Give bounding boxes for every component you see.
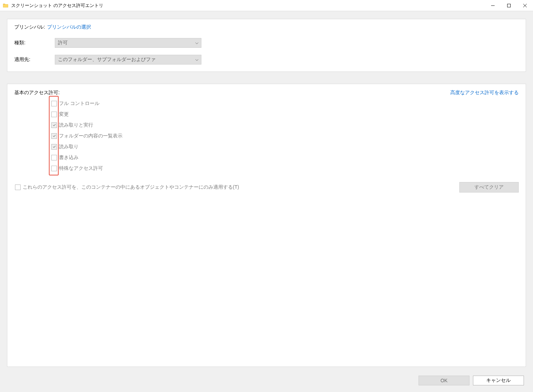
cancel-button[interactable]: キャンセル	[473, 376, 524, 385]
clear-all-button[interactable]: すべてクリア	[459, 182, 519, 193]
apply-only-label: これらのアクセス許可を、このコンテナーの中にあるオブジェクトやコンテナーにのみ適…	[23, 184, 239, 190]
perm-checkbox-modify[interactable]	[51, 112, 57, 117]
perm-label: 読み取り	[59, 144, 79, 150]
basic-permissions-label: 基本のアクセス許可:	[14, 90, 60, 96]
window-controls	[485, 0, 533, 11]
ok-button[interactable]: OK	[419, 376, 469, 385]
chevron-down-icon	[195, 58, 198, 62]
content-area: プリンシパル: プリンシパルの選択 種類: 許可 適用先: このフォルダー、サブ…	[0, 11, 533, 392]
perm-checkbox-special[interactable]	[51, 166, 57, 171]
permissions-list: フル コントロール 変更 読み取りと実行 フォルダーの内容の一覧表示	[50, 97, 124, 175]
perm-label: 書き込み	[59, 154, 79, 161]
permissions-container: フル コントロール 変更 読み取りと実行 フォルダーの内容の一覧表示	[50, 97, 519, 175]
maximize-button[interactable]	[501, 0, 517, 11]
basic-permissions-header: 基本のアクセス許可: 高度なアクセス許可を表示する	[14, 90, 519, 96]
type-label: 種類:	[14, 40, 55, 46]
minimize-button[interactable]	[485, 0, 501, 11]
principal-row: プリンシパル: プリンシパルの選択	[14, 24, 519, 30]
perm-list-folder: フォルダーの内容の一覧表示	[51, 130, 123, 141]
applies-to-label: 適用先:	[14, 56, 55, 63]
perm-label: 変更	[59, 111, 69, 118]
principal-label: プリンシパル:	[14, 24, 45, 30]
perm-modify: 変更	[51, 109, 123, 120]
principal-panel: プリンシパル: プリンシパルの選択 種類: 許可 適用先: このフォルダー、サブ…	[7, 19, 526, 72]
dialog-footer: OK キャンセル	[7, 374, 526, 392]
perm-special: 特殊なアクセス許可	[51, 163, 123, 174]
perm-label: 読み取りと実行	[59, 122, 93, 128]
folder-icon	[3, 3, 8, 8]
type-row: 種類: 許可	[14, 38, 519, 48]
window-title: スクリーンショット のアクセス許可エントリ	[11, 2, 485, 9]
perm-read: 読み取り	[51, 141, 123, 152]
apply-only-container: これらのアクセス許可を、このコンテナーの中にあるオブジェクトやコンテナーにのみ適…	[15, 184, 239, 190]
applies-to-select[interactable]: このフォルダー、サブフォルダーおよびファ	[55, 55, 201, 65]
apply-only-checkbox[interactable]	[15, 184, 21, 190]
perm-label: 特殊なアクセス許可	[59, 165, 103, 172]
applies-to-row: 適用先: このフォルダー、サブフォルダーおよびファ	[14, 55, 519, 65]
perm-label: フォルダーの内容の一覧表示	[59, 133, 123, 139]
perm-checkbox-read[interactable]	[51, 144, 57, 150]
perm-read-execute: 読み取りと実行	[51, 120, 123, 130]
perm-label: フル コントロール	[59, 100, 99, 107]
perm-checkbox-full-control[interactable]	[51, 101, 57, 106]
perm-checkbox-write[interactable]	[51, 155, 57, 160]
perm-write: 書き込み	[51, 152, 123, 163]
perm-checkbox-list-folder[interactable]	[51, 133, 57, 139]
perm-checkbox-read-execute[interactable]	[51, 122, 57, 128]
show-advanced-link[interactable]: 高度なアクセス許可を表示する	[450, 90, 519, 96]
apply-only-row: これらのアクセス許可を、このコンテナーの中にあるオブジェクトやコンテナーにのみ適…	[14, 182, 519, 193]
applies-to-select-value: このフォルダー、サブフォルダーおよびファ	[58, 56, 156, 63]
type-select-value: 許可	[58, 40, 68, 46]
perm-full-control: フル コントロール	[51, 98, 123, 109]
close-button[interactable]	[517, 0, 533, 11]
chevron-down-icon	[195, 41, 198, 45]
title-bar: スクリーンショット のアクセス許可エントリ	[0, 0, 533, 11]
svg-rect-1	[508, 4, 511, 7]
principal-select-link[interactable]: プリンシパルの選択	[47, 24, 91, 30]
permissions-panel: 基本のアクセス許可: 高度なアクセス許可を表示する フル コントロール 変更 読…	[7, 84, 526, 367]
type-select[interactable]: 許可	[55, 38, 201, 48]
